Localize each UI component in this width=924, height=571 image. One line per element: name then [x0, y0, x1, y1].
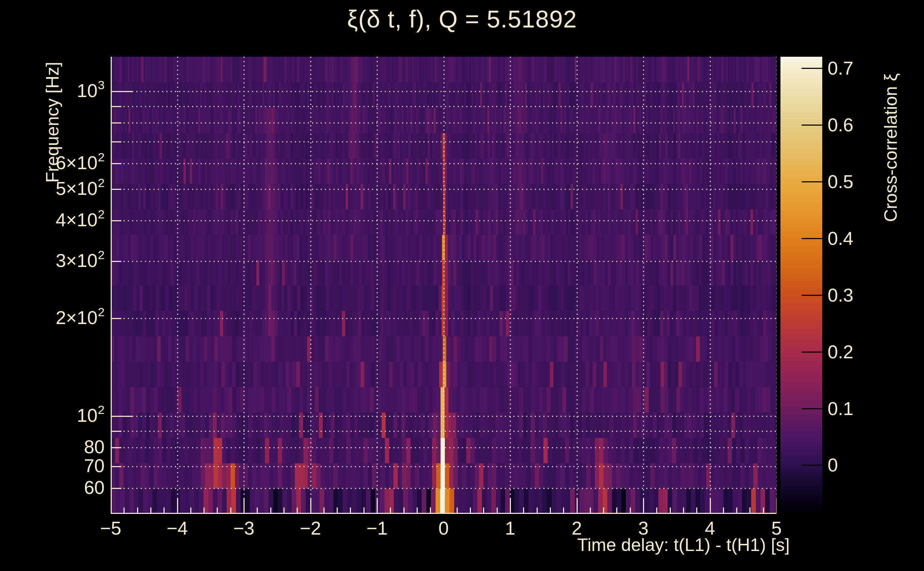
x-tick-label: 5 [771, 517, 782, 539]
colorbar-title: Cross-correlation ξ [881, 51, 901, 222]
y-tick-label: 3×102 [56, 250, 105, 271]
colorbar-tick-label: 0 [828, 454, 838, 476]
colorbar-canvas [780, 57, 822, 513]
x-tick-label: 1 [505, 517, 516, 539]
x-axis-title: Time delay: t(L1) - t(H1) [s] [577, 535, 790, 555]
root-canvas: ξ(δ t, f), Q = 5.51892 Frequency [Hz] Ti… [0, 0, 924, 571]
colorbar-tick-label: 0.6 [828, 114, 853, 136]
colorbar-tick-label: 0.4 [828, 228, 853, 249]
x-tick-label: 0 [439, 517, 449, 539]
colorbar-tick-label: 0.3 [828, 284, 853, 306]
y-tick-label: 2×102 [56, 307, 105, 328]
y-tick-label: 102 [77, 404, 105, 426]
x-tick-label: −1 [366, 517, 387, 539]
y-tick-label: 80 [84, 436, 105, 457]
colorbar-tick-label: 0.1 [828, 398, 853, 419]
y-tick-label: 70 [84, 455, 105, 477]
x-tick-label: 2 [572, 517, 582, 539]
colorbar-tick-label: 0.7 [828, 57, 853, 79]
y-tick-label: 103 [77, 80, 105, 101]
heatmap-canvas [111, 57, 777, 514]
y-tick-label: 60 [84, 477, 105, 498]
x-tick-label: 3 [638, 517, 649, 539]
x-tick-label: −2 [300, 517, 321, 539]
colorbar-tick-label: 0.2 [828, 341, 853, 363]
y-tick-label: 6×102 [56, 152, 105, 173]
x-tick-label: 4 [705, 517, 715, 539]
colorbar-tick-label: 0.5 [828, 171, 853, 192]
x-tick-label: −5 [100, 517, 121, 539]
x-tick-label: −4 [167, 517, 188, 539]
plot-title: ξ(δ t, f), Q = 5.51892 [0, 5, 924, 33]
y-tick-label: 5×102 [56, 177, 105, 199]
x-tick-label: −3 [233, 517, 254, 539]
y-tick-label: 4×102 [56, 209, 105, 230]
